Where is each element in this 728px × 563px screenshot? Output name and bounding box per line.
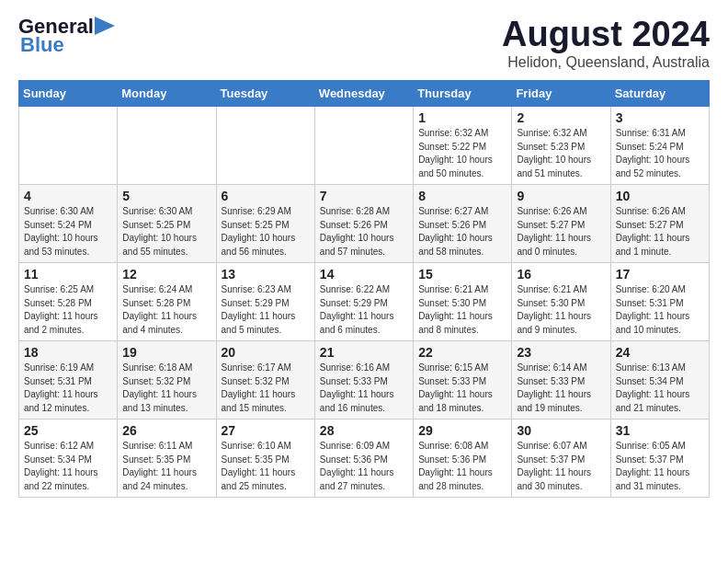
- calendar-cell: 23Sunrise: 6:14 AM Sunset: 5:33 PM Dayli…: [512, 341, 610, 419]
- day-info: Sunrise: 6:08 AM Sunset: 5:36 PM Dayligh…: [418, 440, 506, 493]
- weekday-header-tuesday: Tuesday: [216, 81, 314, 107]
- calendar-cell: 1Sunrise: 6:32 AM Sunset: 5:22 PM Daylig…: [414, 107, 512, 185]
- calendar-cell: 8Sunrise: 6:27 AM Sunset: 5:26 PM Daylig…: [414, 185, 512, 263]
- day-info: Sunrise: 6:26 AM Sunset: 5:27 PM Dayligh…: [517, 205, 605, 259]
- calendar-cell: 19Sunrise: 6:18 AM Sunset: 5:32 PM Dayli…: [118, 341, 216, 419]
- weekday-header-sunday: Sunday: [19, 81, 118, 107]
- day-info: Sunrise: 6:14 AM Sunset: 5:33 PM Dayligh…: [517, 362, 605, 415]
- weekday-header-wednesday: Wednesday: [314, 81, 413, 107]
- calendar-cell: 16Sunrise: 6:21 AM Sunset: 5:30 PM Dayli…: [512, 263, 610, 341]
- calendar-cell: 12Sunrise: 6:24 AM Sunset: 5:28 PM Dayli…: [118, 263, 216, 341]
- day-number: 10: [616, 189, 704, 203]
- calendar-week-row: 11Sunrise: 6:25 AM Sunset: 5:28 PM Dayli…: [19, 263, 710, 341]
- day-info: Sunrise: 6:05 AM Sunset: 5:37 PM Dayligh…: [616, 440, 704, 493]
- day-number: 30: [517, 423, 605, 438]
- day-number: 22: [418, 345, 506, 360]
- day-number: 21: [320, 345, 408, 360]
- calendar-cell: 18Sunrise: 6:19 AM Sunset: 5:31 PM Dayli…: [19, 341, 118, 419]
- calendar-cell: 13Sunrise: 6:23 AM Sunset: 5:29 PM Dayli…: [216, 263, 314, 341]
- calendar-cell: [19, 107, 118, 185]
- calendar-cell: 14Sunrise: 6:22 AM Sunset: 5:29 PM Dayli…: [314, 263, 413, 341]
- day-number: 25: [24, 423, 112, 438]
- day-info: Sunrise: 6:09 AM Sunset: 5:36 PM Dayligh…: [320, 440, 408, 493]
- calendar-cell: 31Sunrise: 6:05 AM Sunset: 5:37 PM Dayli…: [610, 419, 709, 498]
- calendar-cell: 3Sunrise: 6:31 AM Sunset: 5:24 PM Daylig…: [610, 107, 709, 185]
- day-number: 4: [24, 189, 112, 203]
- logo: General Blue: [18, 15, 115, 57]
- day-number: 7: [320, 189, 408, 203]
- calendar-cell: 28Sunrise: 6:09 AM Sunset: 5:36 PM Dayli…: [314, 419, 413, 498]
- day-info: Sunrise: 6:19 AM Sunset: 5:31 PM Dayligh…: [24, 362, 112, 415]
- day-number: 18: [24, 345, 112, 360]
- day-number: 19: [122, 345, 210, 360]
- svg-marker-0: [95, 17, 115, 35]
- day-number: 28: [320, 423, 408, 438]
- day-number: 27: [222, 423, 310, 438]
- day-info: Sunrise: 6:30 AM Sunset: 5:24 PM Dayligh…: [24, 205, 112, 259]
- calendar-cell: 29Sunrise: 6:08 AM Sunset: 5:36 PM Dayli…: [414, 419, 512, 498]
- day-info: Sunrise: 6:12 AM Sunset: 5:34 PM Dayligh…: [24, 440, 112, 493]
- day-number: 3: [616, 110, 704, 125]
- calendar-cell: 27Sunrise: 6:10 AM Sunset: 5:35 PM Dayli…: [216, 419, 314, 498]
- calendar-cell: [118, 107, 216, 185]
- day-info: Sunrise: 6:21 AM Sunset: 5:30 PM Dayligh…: [418, 283, 506, 337]
- day-info: Sunrise: 6:22 AM Sunset: 5:29 PM Dayligh…: [320, 283, 408, 337]
- day-info: Sunrise: 6:11 AM Sunset: 5:35 PM Dayligh…: [122, 440, 210, 493]
- calendar-cell: 7Sunrise: 6:28 AM Sunset: 5:26 PM Daylig…: [314, 185, 413, 263]
- calendar-cell: 25Sunrise: 6:12 AM Sunset: 5:34 PM Dayli…: [19, 419, 118, 498]
- day-info: Sunrise: 6:28 AM Sunset: 5:26 PM Dayligh…: [320, 205, 408, 259]
- day-number: 14: [320, 267, 408, 282]
- calendar-cell: 20Sunrise: 6:17 AM Sunset: 5:32 PM Dayli…: [216, 341, 314, 419]
- calendar-week-row: 18Sunrise: 6:19 AM Sunset: 5:31 PM Dayli…: [19, 341, 710, 419]
- day-info: Sunrise: 6:15 AM Sunset: 5:33 PM Dayligh…: [418, 362, 506, 415]
- day-info: Sunrise: 6:23 AM Sunset: 5:29 PM Dayligh…: [222, 283, 310, 337]
- day-info: Sunrise: 6:27 AM Sunset: 5:26 PM Dayligh…: [418, 205, 506, 259]
- day-info: Sunrise: 6:20 AM Sunset: 5:31 PM Dayligh…: [616, 283, 704, 337]
- day-number: 8: [418, 189, 506, 203]
- day-info: Sunrise: 6:13 AM Sunset: 5:34 PM Dayligh…: [616, 362, 704, 415]
- calendar-cell: 2Sunrise: 6:32 AM Sunset: 5:23 PM Daylig…: [512, 107, 610, 185]
- weekday-header-friday: Friday: [512, 81, 610, 107]
- day-info: Sunrise: 6:21 AM Sunset: 5:30 PM Dayligh…: [517, 283, 605, 337]
- calendar-cell: 4Sunrise: 6:30 AM Sunset: 5:24 PM Daylig…: [19, 185, 118, 263]
- day-number: 9: [517, 189, 605, 203]
- day-number: 29: [418, 423, 506, 438]
- calendar-cell: [216, 107, 314, 185]
- calendar-cell: 6Sunrise: 6:29 AM Sunset: 5:25 PM Daylig…: [216, 185, 314, 263]
- calendar-cell: 26Sunrise: 6:11 AM Sunset: 5:35 PM Dayli…: [118, 419, 216, 498]
- day-info: Sunrise: 6:32 AM Sunset: 5:22 PM Dayligh…: [418, 127, 506, 180]
- calendar-cell: 30Sunrise: 6:07 AM Sunset: 5:37 PM Dayli…: [512, 419, 610, 498]
- day-info: Sunrise: 6:24 AM Sunset: 5:28 PM Dayligh…: [122, 283, 210, 337]
- day-info: Sunrise: 6:32 AM Sunset: 5:23 PM Dayligh…: [517, 127, 605, 180]
- calendar-week-row: 1Sunrise: 6:32 AM Sunset: 5:22 PM Daylig…: [19, 107, 710, 185]
- day-info: Sunrise: 6:17 AM Sunset: 5:32 PM Dayligh…: [222, 362, 310, 415]
- weekday-header-saturday: Saturday: [610, 81, 709, 107]
- day-info: Sunrise: 6:16 AM Sunset: 5:33 PM Dayligh…: [320, 362, 408, 415]
- day-number: 17: [616, 267, 704, 282]
- day-info: Sunrise: 6:30 AM Sunset: 5:25 PM Dayligh…: [122, 205, 210, 259]
- calendar-week-row: 4Sunrise: 6:30 AM Sunset: 5:24 PM Daylig…: [19, 185, 710, 263]
- calendar-cell: 24Sunrise: 6:13 AM Sunset: 5:34 PM Dayli…: [610, 341, 709, 419]
- day-info: Sunrise: 6:10 AM Sunset: 5:35 PM Dayligh…: [222, 440, 310, 493]
- calendar-cell: 9Sunrise: 6:26 AM Sunset: 5:27 PM Daylig…: [512, 185, 610, 263]
- day-number: 5: [122, 189, 210, 203]
- day-info: Sunrise: 6:25 AM Sunset: 5:28 PM Dayligh…: [24, 283, 112, 337]
- page-header: General Blue August 2024 Helidon, Queens…: [18, 15, 710, 71]
- calendar-cell: 15Sunrise: 6:21 AM Sunset: 5:30 PM Dayli…: [414, 263, 512, 341]
- day-number: 1: [418, 110, 506, 125]
- day-number: 12: [122, 267, 210, 282]
- day-number: 11: [24, 267, 112, 282]
- calendar-cell: 22Sunrise: 6:15 AM Sunset: 5:33 PM Dayli…: [414, 341, 512, 419]
- title-area: August 2024 Helidon, Queensland, Austral…: [502, 15, 710, 71]
- calendar-cell: 10Sunrise: 6:26 AM Sunset: 5:27 PM Dayli…: [610, 185, 709, 263]
- day-number: 26: [122, 423, 210, 438]
- day-info: Sunrise: 6:31 AM Sunset: 5:24 PM Dayligh…: [616, 127, 704, 180]
- logo-arrow-icon: [95, 17, 115, 35]
- weekday-header-row: SundayMondayTuesdayWednesdayThursdayFrid…: [19, 81, 710, 107]
- day-number: 23: [517, 345, 605, 360]
- day-info: Sunrise: 6:18 AM Sunset: 5:32 PM Dayligh…: [122, 362, 210, 415]
- day-info: Sunrise: 6:07 AM Sunset: 5:37 PM Dayligh…: [517, 440, 605, 493]
- calendar-cell: 21Sunrise: 6:16 AM Sunset: 5:33 PM Dayli…: [314, 341, 413, 419]
- weekday-header-thursday: Thursday: [414, 81, 512, 107]
- calendar-cell: 11Sunrise: 6:25 AM Sunset: 5:28 PM Dayli…: [19, 263, 118, 341]
